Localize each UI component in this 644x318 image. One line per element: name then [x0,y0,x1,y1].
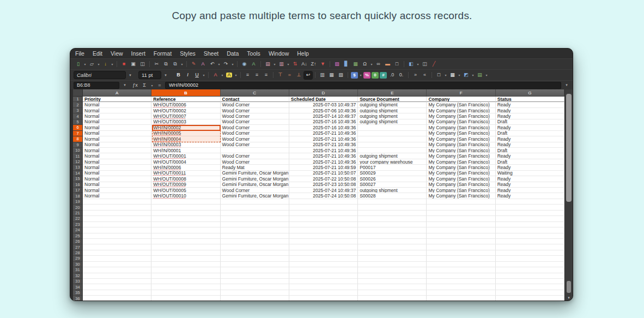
cell-E9[interactable] [358,142,427,148]
row-header-18[interactable]: 18 [73,193,83,199]
cell-A35[interactable] [83,290,151,296]
export-pdf-icon[interactable]: ■ [120,61,128,68]
cell-C23[interactable] [221,222,289,227]
cell-A6[interactable]: Normal [83,125,151,130]
function-wizard-icon[interactable]: ƒx [131,82,139,88]
sort-icon[interactable]: ⇅ [291,61,299,68]
cell-C15[interactable]: Gemini Furniture, Oscar Morgan [221,176,289,182]
cell-G36[interactable] [496,296,564,301]
special-character-icon[interactable]: Ω [361,61,369,68]
align-right-icon[interactable]: ≡ [262,71,270,79]
cell-G4[interactable]: Ready [496,113,564,119]
cell-F33[interactable] [427,279,495,284]
row-header-31[interactable]: 31 [73,267,83,273]
cell-A26[interactable] [83,239,151,244]
undo-dropdown-icon[interactable]: ▾ [217,62,221,66]
conditional-formatting-dropdown-icon[interactable]: ▾ [484,73,489,77]
cell-F15[interactable]: My Company (San Francisco) [427,176,495,182]
cell-E28[interactable] [358,250,427,256]
cell-D23[interactable] [289,222,358,227]
row-header-5[interactable]: 5 [73,119,83,125]
cell-A5[interactable]: Normal [83,119,151,125]
cell-G23[interactable] [496,222,564,227]
border-style-dropdown-icon[interactable]: ▾ [457,73,461,77]
cell-G31[interactable] [496,267,564,273]
cell-A22[interactable] [83,216,151,221]
cell-F22[interactable] [427,216,495,221]
cell-D27[interactable] [289,244,358,250]
row-header-4[interactable]: 4 [73,113,83,119]
row-header-14[interactable]: 14 [73,171,83,176]
undo-icon[interactable]: ↶ [208,61,216,68]
row-header-11[interactable]: 11 [73,153,83,159]
cell-A24[interactable] [83,227,151,233]
cell-D8[interactable]: 2025-07-21 10:49:36 [289,136,358,142]
cell-B34[interactable] [151,284,220,290]
cell-D22[interactable] [289,216,358,221]
cell-E16[interactable]: S00027 [358,182,427,188]
cell-F14[interactable]: My Company (San Francisco) [427,171,495,176]
cell-G10[interactable]: Draft [496,148,564,153]
menu-data[interactable]: Data [227,50,239,57]
cell-B21[interactable] [151,211,220,216]
menu-help[interactable]: Help [297,50,309,57]
row-header-9[interactable]: 9 [73,142,83,148]
cell-G14[interactable]: Waiting [496,171,564,176]
row-header-7[interactable]: 7 [73,131,83,136]
font-name-combo[interactable]: Calibri [74,71,126,79]
cell-D14[interactable]: 2025-07-21 10:50:07 [289,171,358,176]
cell-D16[interactable]: 2025-07-23 10:50:08 [289,182,358,188]
cell-E7[interactable] [358,131,427,136]
cell-B3[interactable]: WH/OUT/00002 [151,108,220,113]
row-header-2[interactable]: 2 [73,102,83,107]
row-header-35[interactable]: 35 [73,290,83,296]
cell-C14[interactable]: Gemini Furniture, Oscar Morgan [221,171,289,176]
cell-F17[interactable]: My Company (San Francisco) [427,188,495,193]
cell-C22[interactable] [221,216,289,221]
cell-A2[interactable]: Normal [83,102,151,107]
cell-B14[interactable]: WH/OUT/00011 [151,171,220,176]
cell-B28[interactable] [151,250,220,256]
cell-D35[interactable] [289,290,358,296]
cell-C26[interactable] [221,239,289,244]
cell-G22[interactable] [496,216,564,221]
cell-C8[interactable]: Wood Corner [221,136,289,142]
insert-comment-icon[interactable]: ▬ [384,61,392,68]
column-header-B[interactable]: B [151,89,220,97]
font-color-dropdown-icon[interactable]: ▾ [220,73,224,77]
cell-G35[interactable] [496,290,564,296]
cell-A28[interactable] [83,250,151,256]
cell-E6[interactable] [358,125,427,130]
row-header-33[interactable]: 33 [73,279,83,284]
cell-F30[interactable] [427,262,495,267]
cell-B9[interactable]: WH/IN/00003 [151,142,220,148]
scroll-down-icon[interactable]: ▾ [565,295,573,301]
cell-D20[interactable] [289,205,358,210]
row-header-28[interactable]: 28 [73,250,83,256]
cell-D7[interactable]: 2025-07-21 10:49:36 [289,131,358,136]
cell-C31[interactable] [221,267,289,273]
cell-C18[interactable]: Gemini Furniture, Oscar Morgan [221,193,289,199]
underline-icon[interactable]: U [193,71,201,79]
cell-B33[interactable] [151,279,220,284]
cell-F35[interactable] [427,290,495,296]
row-header-8[interactable]: 8 [73,136,83,142]
insert-row-icon[interactable]: ▤ [264,61,272,68]
row-header-20[interactable]: 20 [73,205,83,210]
cell-A25[interactable] [83,233,151,239]
cell-E31[interactable] [358,267,427,273]
cell-C33[interactable] [221,279,289,284]
cell-B2[interactable]: WH/OUT/00006 [151,102,220,107]
vertical-scrollbar[interactable]: ▾ [564,89,573,301]
cell-G2[interactable]: Ready [496,102,564,107]
formula-input[interactable] [165,82,561,89]
add-decimal-place-icon[interactable]: .0 [388,71,396,79]
cell-G5[interactable]: Draft [496,119,564,125]
cell-F32[interactable] [427,273,495,279]
cell-E21[interactable] [358,211,427,216]
menu-view[interactable]: View [111,50,123,57]
cell-A23[interactable] [83,222,151,227]
cell-C9[interactable]: Wood Corner [221,142,289,148]
cell-F27[interactable] [427,244,495,250]
cell-D28[interactable] [289,250,358,256]
